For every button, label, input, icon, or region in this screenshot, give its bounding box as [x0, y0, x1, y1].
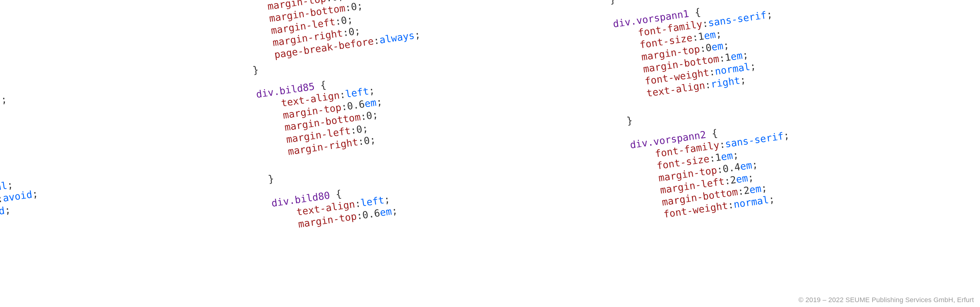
code-column-left: 0; :0; 0; om:0; ily:sans-serif; e:2.5em;… — [0, 6, 40, 226]
code-column-mid: div.bil text-align:l margin-top:0; margi… — [240, 0, 445, 234]
footer-copyright: © 2019 – 2022 SEUME Publishing Services … — [799, 296, 974, 304]
code-column-right: } div.vorspann1 { font-family:sans-serif… — [609, 0, 799, 224]
